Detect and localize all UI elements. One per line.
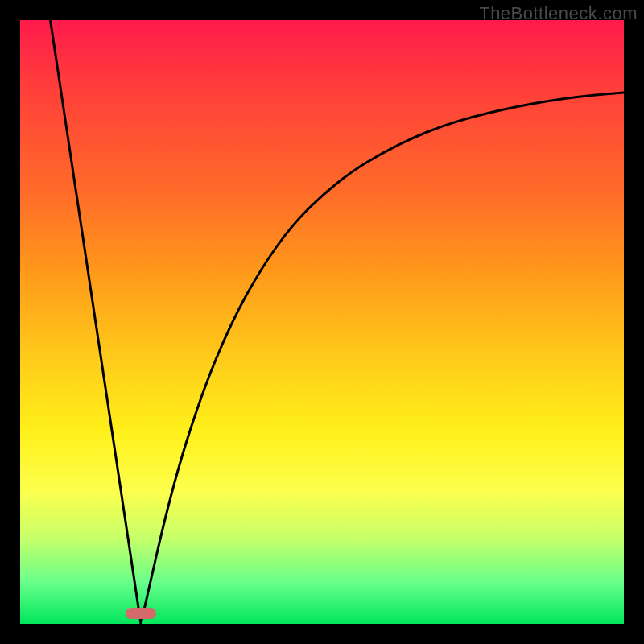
minimum-marker [126,608,156,619]
chart-plot-area [20,20,624,624]
bottleneck-curve [20,20,624,624]
watermark-text: TheBottleneck.com [479,3,638,24]
